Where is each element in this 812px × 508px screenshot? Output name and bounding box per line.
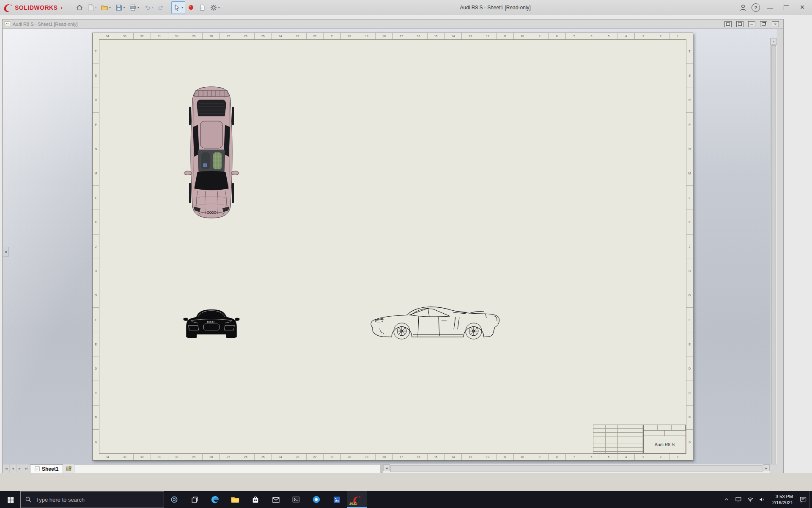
close-button[interactable]: × xyxy=(795,2,809,14)
help-button[interactable]: ? xyxy=(750,2,761,13)
zone-number-label: 32 xyxy=(134,33,151,39)
scroll-up-button[interactable]: ▲ xyxy=(771,38,777,45)
print-button[interactable]: ▾ xyxy=(127,1,141,14)
zone-number-label: 29 xyxy=(185,454,203,460)
store-button[interactable] xyxy=(245,491,266,508)
tab-sheet1[interactable]: Sheet1 xyxy=(30,464,63,473)
doc-close-button[interactable]: × xyxy=(772,21,779,27)
drawing-sheet[interactable]: 3433323130292827262524232221201918171615… xyxy=(92,33,693,461)
command-prompt-button[interactable] xyxy=(286,491,306,508)
media-player-button[interactable] xyxy=(306,491,326,508)
nav-last-icon: ▶| xyxy=(25,467,28,470)
edge-button[interactable] xyxy=(205,491,225,508)
drawing-view-top[interactable] xyxy=(181,85,242,220)
task-view-button[interactable] xyxy=(184,491,205,508)
zone-letter-label: D xyxy=(93,356,99,381)
maximize-button[interactable] xyxy=(779,2,793,14)
open-button[interactable]: ▾ xyxy=(99,1,113,14)
drawing-file-icon xyxy=(4,21,11,27)
zone-number-label: 33 xyxy=(116,454,134,460)
scroll-right-button[interactable]: ▶ xyxy=(763,464,770,471)
doc-minimize-button[interactable]: — xyxy=(748,21,755,27)
file-properties-button[interactable] xyxy=(197,1,208,14)
taskbar-search[interactable] xyxy=(20,491,164,508)
zone-letter-label: T xyxy=(93,39,99,64)
start-button[interactable] xyxy=(0,491,20,508)
pane-right-icon xyxy=(738,22,742,26)
help-icon: ? xyxy=(752,3,760,12)
redo-button[interactable] xyxy=(155,1,167,14)
minimize-button[interactable]: — xyxy=(763,2,777,14)
hidden-icons-button[interactable] xyxy=(721,491,732,508)
file-explorer-button[interactable] xyxy=(225,491,245,508)
drawing-view-front[interactable] xyxy=(182,303,241,341)
doc-minimize-icon: — xyxy=(750,22,753,25)
solidworks-version-badge: 2021 xyxy=(349,502,357,505)
doc-pane-right-button[interactable] xyxy=(736,21,743,27)
command-prompt-icon xyxy=(291,495,301,504)
scroll-left-button[interactable]: ◀ xyxy=(383,464,390,471)
graphics-viewport[interactable]: ◀ 34333231302928272625242322212019181716… xyxy=(3,29,777,465)
zone-letter-label: J xyxy=(686,235,693,259)
horizontal-scrollbar[interactable]: ◀ ▶ xyxy=(383,464,770,473)
mail-icon xyxy=(272,495,280,504)
tab-scrollbar-splitter[interactable] xyxy=(380,464,383,473)
first-sheet-button[interactable]: |◀ xyxy=(3,464,10,473)
horizontal-scrollbar-thumb[interactable] xyxy=(390,465,763,472)
zone-number-label: 3 xyxy=(635,33,652,39)
doc-restore-button[interactable] xyxy=(760,21,767,27)
title-block-right: Audi R8 S xyxy=(644,425,686,453)
drawing-view-side[interactable] xyxy=(369,304,502,342)
account-button[interactable] xyxy=(738,2,749,13)
doc-pane-left-button[interactable] xyxy=(724,21,732,27)
rebuild-button[interactable] xyxy=(185,1,197,14)
featuremanager-collapse-button[interactable]: ◀ xyxy=(3,247,8,257)
save-button[interactable]: ▾ xyxy=(113,1,127,14)
solidworks-taskbar-button[interactable]: 2021 xyxy=(347,491,367,508)
zone-number-label: 1 xyxy=(669,454,686,460)
chevron-up-icon xyxy=(724,497,730,502)
add-sheet-button[interactable] xyxy=(63,464,74,473)
show-desktop-button[interactable] xyxy=(809,491,812,508)
cortana-icon xyxy=(170,495,178,504)
network-tray-button[interactable] xyxy=(744,491,756,508)
document-titlebar[interactable]: Audi R8 S - Sheet1 [Read-only] — × xyxy=(3,19,783,29)
search-input[interactable] xyxy=(35,496,147,503)
zone-number-label: 17 xyxy=(393,33,410,39)
volume-tray-button[interactable] xyxy=(756,491,768,508)
app-window-controls: ? — × xyxy=(738,2,809,14)
zone-number-label: 6 xyxy=(583,454,601,460)
display-tray-button[interactable] xyxy=(732,491,744,508)
vertical-scrollbar[interactable]: ▲ ▼ xyxy=(770,38,777,465)
last-sheet-button[interactable]: ▶| xyxy=(23,464,30,473)
zone-number-label: 18 xyxy=(376,33,393,39)
zone-number-label: 14 xyxy=(445,454,462,460)
vertical-scrollbar-thumb[interactable] xyxy=(771,45,776,465)
taskbar-clock[interactable]: 3:53 PM 2/16/2021 xyxy=(768,491,797,508)
new-document-button[interactable]: ▾ xyxy=(85,1,99,14)
select-tool-button[interactable]: ▾ xyxy=(171,1,185,14)
home-button[interactable] xyxy=(74,1,85,14)
zone-number-label: 33 xyxy=(116,33,134,39)
options-gear-icon xyxy=(210,4,217,11)
brand-chevron-icon[interactable]: › xyxy=(60,4,62,11)
next-sheet-button[interactable]: ▶ xyxy=(16,464,23,473)
title-block-model-name: Audi R8 S xyxy=(644,436,686,453)
new-document-icon xyxy=(88,4,94,11)
cortana-button[interactable] xyxy=(164,491,184,508)
zone-number-label: 19 xyxy=(358,33,376,39)
zone-number-label: 11 xyxy=(497,454,514,460)
previous-sheet-button[interactable]: ◀ xyxy=(10,464,16,473)
zone-number-label: 8 xyxy=(549,454,566,460)
task-view-icon xyxy=(191,496,199,504)
action-center-button[interactable] xyxy=(797,491,809,508)
store-icon xyxy=(251,495,260,504)
zone-letter-label: F xyxy=(686,308,693,332)
options-button[interactable]: ▾ xyxy=(208,1,222,14)
mail-button[interactable] xyxy=(266,491,286,508)
zone-number-label: 28 xyxy=(203,454,220,460)
zone-number-label: 34 xyxy=(99,454,116,460)
select-caret-icon: ▾ xyxy=(181,6,183,9)
undo-button[interactable]: ▾ xyxy=(141,1,156,14)
photos-button[interactable] xyxy=(326,491,347,508)
